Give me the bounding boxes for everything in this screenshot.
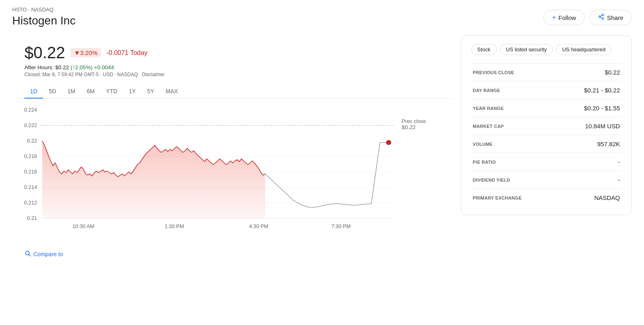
tag-us-listed-security[interactable]: US listed security [500,44,553,55]
stat-value: $0.22 [557,64,622,81]
svg-text:0.21: 0.21 [27,215,37,221]
stat-label: DAY RANGE [471,81,557,99]
chart-wrap: 0.224 0.222 0.22 0.218 0.216 0.214 0.212… [16,103,441,241]
stat-label: VOLUME [471,135,557,153]
stat-value: NASDAQ [557,189,622,207]
share-label: Share [607,14,623,21]
tab-6m[interactable]: 6M [81,85,100,99]
stat-value: - [557,171,622,189]
page-header: HSTO · NASDAQ Histogen Inc + Follow Shar… [0,0,644,27]
tab-1d[interactable]: 1D [24,85,43,99]
tab-ytd[interactable]: YTD [100,85,123,99]
after-hours-price: $0.22 [55,64,69,70]
company-name: Histogen Inc [12,14,76,27]
search-icon [24,250,31,258]
stats-table: PREVIOUS CLOSE$0.22DAY RANGE$0.21 - $0.2… [471,63,622,206]
table-row: MARKET CAP10.84M USD [471,117,622,135]
stat-label: DIVIDEND YIELD [471,171,557,189]
company-info: HSTO · NASDAQ Histogen Inc [12,7,76,27]
svg-line-3 [600,17,603,18]
closed-info: Closed: Mar 8, 7:59:42 PM GMT-5 · USD · … [24,72,441,77]
svg-line-30 [29,255,31,256]
table-row: P/E RATIO- [471,153,622,171]
svg-text:Prev close: Prev close [402,119,426,124]
compare-to-row[interactable]: Compare to [12,245,453,263]
header-buttons: + Follow Share [544,10,632,25]
stat-value: 957.82K [557,135,622,153]
stat-value: $0.21 - $0.22 [557,81,622,99]
svg-text:4:30 PM: 4:30 PM [249,224,269,229]
price-section: $0.22 ▼3.20% -0.0071 Today After Hours: … [12,35,453,77]
tab-5y[interactable]: 5Y [142,85,160,99]
after-hours-change: (↑2.05%) [70,64,92,70]
tab-5d[interactable]: 5D [43,85,62,99]
price-chart: 0.224 0.222 0.22 0.218 0.216 0.214 0.212… [16,103,441,241]
table-row: DIVIDEND YIELD- [471,171,622,189]
tag-us-headquartered[interactable]: US headquartered [556,44,611,55]
table-row: PRIMARY EXCHANGENASDAQ [471,189,622,207]
table-row: PREVIOUS CLOSE$0.22 [471,64,622,81]
plus-icon: + [552,14,556,21]
follow-button[interactable]: + Follow [544,10,585,25]
share-button[interactable]: Share [589,10,632,25]
table-row: YEAR RANGE$0.20 - $1.55 [471,99,622,117]
svg-text:0.214: 0.214 [24,184,37,190]
compare-to-label: Compare to [33,251,63,257]
svg-text:0.216: 0.216 [24,169,37,175]
after-hours-row: After Hours: $0.22 (↑2.05%) +0.0044 [24,64,441,70]
ticker-label: HSTO · NASDAQ [12,7,76,13]
after-hours-abs: +0.0044 [94,64,114,70]
svg-text:7:30 PM: 7:30 PM [331,224,351,229]
change-today: -0.0071 Today [107,49,148,57]
time-tabs: 1D5D1M6MYTD1Y5YMAX [12,77,453,99]
stat-value: - [557,153,622,171]
stat-label: P/E RATIO [471,153,557,171]
main-container: $0.22 ▼3.20% -0.0071 Today After Hours: … [0,27,644,271]
stat-value: $0.20 - $1.55 [557,99,622,117]
svg-text:0.222: 0.222 [24,123,37,128]
left-panel: $0.22 ▼3.20% -0.0071 Today After Hours: … [12,35,453,263]
share-icon [598,13,605,22]
svg-line-4 [600,15,603,16]
stat-label: PRIMARY EXCHANGE [471,189,557,207]
change-pct-badge: ▼3.20% [71,48,100,57]
chart-container: 0.224 0.222 0.22 0.218 0.216 0.214 0.212… [12,99,453,245]
tab-1y[interactable]: 1Y [123,85,142,99]
svg-text:0.218: 0.218 [24,154,37,159]
right-panel: StockUS listed securityUS headquartered … [461,35,632,215]
svg-text:10:30 AM: 10:30 AM [72,224,94,229]
tab-max[interactable]: MAX [160,85,183,99]
stat-label: YEAR RANGE [471,99,557,117]
stat-label: PREVIOUS CLOSE [471,64,557,81]
tag-stock[interactable]: Stock [471,44,497,55]
stat-label: MARKET CAP [471,117,557,135]
svg-text:0.22: 0.22 [27,138,37,144]
after-hours-label: After Hours: [24,64,54,70]
svg-text:1:30 PM: 1:30 PM [165,224,184,229]
tags-row: StockUS listed securityUS headquartered [471,44,622,55]
follow-label: Follow [559,14,576,21]
tab-1m[interactable]: 1M [62,85,81,99]
svg-text:$0.22: $0.22 [402,124,416,130]
stat-value: 10.84M USD [557,117,622,135]
price-row: $0.22 ▼3.20% -0.0071 Today [24,44,441,62]
current-price: $0.22 [24,44,65,62]
table-row: DAY RANGE$0.21 - $0.22 [471,81,622,99]
svg-text:0.212: 0.212 [24,200,37,206]
svg-text:0.224: 0.224 [24,107,37,113]
svg-point-26 [386,140,391,145]
table-row: VOLUME957.82K [471,135,622,153]
